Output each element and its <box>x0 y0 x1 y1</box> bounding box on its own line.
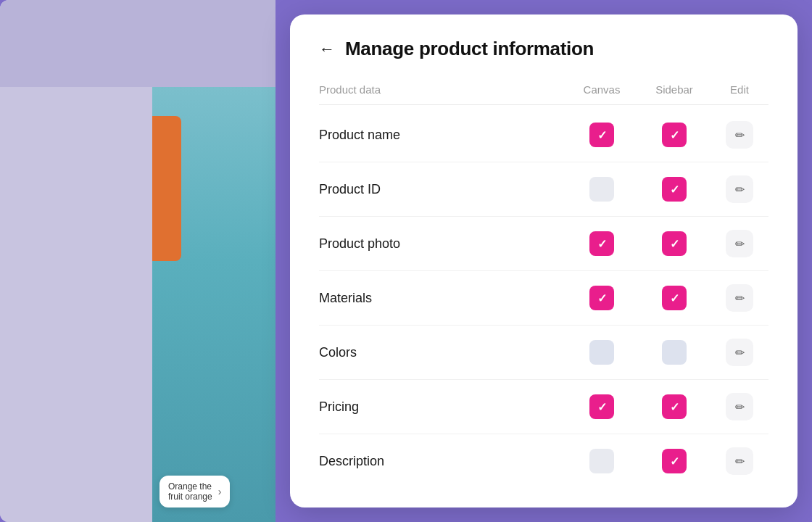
checkmark-icon: ✓ <box>670 455 679 468</box>
header-canvas: Canvas <box>566 83 638 96</box>
sidebar-checkbox-product-name[interactable]: ✓ <box>662 123 687 147</box>
edit-cell-product-photo[interactable]: ✏ <box>710 230 768 257</box>
panel-title: Manage product information <box>345 38 594 60</box>
canvas-checkbox-description[interactable] <box>589 449 614 473</box>
pencil-icon: ✏ <box>735 291 745 305</box>
pencil-icon: ✏ <box>735 183 745 196</box>
checkmark-icon: ✓ <box>597 237 607 251</box>
canvas-checkbox-materials[interactable]: ✓ <box>589 286 614 310</box>
left-panel: Orange the fruit orange › <box>0 0 276 522</box>
manage-product-panel: ← Manage product information Product dat… <box>290 14 798 508</box>
product-card-text: Orange the fruit orange <box>168 481 212 502</box>
edit-button-product-id[interactable]: ✏ <box>726 175 753 203</box>
orange-element <box>152 116 181 261</box>
row-label-materials: Materials <box>319 291 566 306</box>
checkmark-icon: ✓ <box>670 291 679 305</box>
left-panel-main: Orange the fruit orange › <box>0 87 276 522</box>
pencil-icon: ✏ <box>735 128 745 142</box>
edit-cell-product-name[interactable]: ✏ <box>710 121 768 149</box>
edit-button-description[interactable]: ✏ <box>726 447 753 475</box>
sidebar-cell-materials[interactable]: ✓ <box>638 286 710 310</box>
left-panel-top <box>0 0 276 87</box>
product-card: Orange the fruit orange › <box>160 476 230 508</box>
pencil-icon: ✏ <box>735 400 745 414</box>
header-edit: Edit <box>710 83 768 96</box>
canvas-checkbox-product-name[interactable]: ✓ <box>589 123 614 147</box>
row-label-product-id: Product ID <box>319 182 566 197</box>
canvas-cell-product-id[interactable] <box>566 177 638 202</box>
edit-cell-pricing[interactable]: ✏ <box>710 393 768 420</box>
product-table: Product data Canvas Sidebar Edit Product… <box>319 83 768 488</box>
table-row: Product ID ✓ ✏ <box>319 162 768 217</box>
row-label-colors: Colors <box>319 345 566 360</box>
sidebar-cell-pricing[interactable]: ✓ <box>638 394 710 419</box>
canvas-cell-pricing[interactable]: ✓ <box>566 394 638 419</box>
table-row: Product name ✓ ✓ ✏ <box>319 108 768 162</box>
chevron-right-icon: › <box>218 486 222 497</box>
table-row: Product photo ✓ ✓ ✏ <box>319 217 768 271</box>
edit-cell-product-id[interactable]: ✏ <box>710 175 768 203</box>
sidebar-cell-colors[interactable] <box>638 340 710 365</box>
table-row: Colors ✏ <box>319 326 768 380</box>
checkmark-icon: ✓ <box>670 183 679 196</box>
pencil-icon: ✏ <box>735 346 745 360</box>
checkmark-icon: ✓ <box>597 400 607 414</box>
checkmark-icon: ✓ <box>597 128 607 142</box>
sidebar-cell-product-name[interactable]: ✓ <box>638 123 710 147</box>
product-card-line2: fruit orange <box>168 492 212 502</box>
canvas-checkbox-product-photo[interactable]: ✓ <box>589 231 614 256</box>
pencil-icon: ✏ <box>735 237 745 251</box>
back-button[interactable]: ← <box>319 41 335 57</box>
checkmark-icon: ✓ <box>670 400 679 414</box>
checkmark-icon: ✓ <box>670 237 679 251</box>
header-sidebar: Sidebar <box>638 83 710 96</box>
row-label-product-photo: Product photo <box>319 236 566 252</box>
edit-button-pricing[interactable]: ✏ <box>726 393 753 420</box>
pencil-icon: ✏ <box>735 455 745 468</box>
checkmark-icon: ✓ <box>670 128 679 142</box>
edit-button-product-photo[interactable]: ✏ <box>726 230 753 257</box>
table-row: Description ✓ ✏ <box>319 434 768 488</box>
sidebar-checkbox-description[interactable]: ✓ <box>662 449 687 473</box>
header-product-data: Product data <box>319 83 566 96</box>
edit-button-product-name[interactable]: ✏ <box>726 121 753 149</box>
sidebar-cell-description[interactable]: ✓ <box>638 449 710 473</box>
canvas-checkbox-product-id[interactable] <box>589 177 614 202</box>
canvas-cell-materials[interactable]: ✓ <box>566 286 638 310</box>
canvas-cell-product-name[interactable]: ✓ <box>566 123 638 147</box>
table-row: Pricing ✓ ✓ ✏ <box>319 380 768 434</box>
left-panel-sidebar <box>0 87 152 522</box>
edit-cell-description[interactable]: ✏ <box>710 447 768 475</box>
sidebar-checkbox-pricing[interactable]: ✓ <box>662 394 687 419</box>
sidebar-checkbox-materials[interactable]: ✓ <box>662 286 687 310</box>
row-label-description: Description <box>319 454 566 469</box>
table-header: Product data Canvas Sidebar Edit <box>319 83 768 105</box>
edit-button-materials[interactable]: ✏ <box>726 284 753 312</box>
sidebar-checkbox-product-photo[interactable]: ✓ <box>662 231 687 256</box>
sidebar-checkbox-colors[interactable] <box>662 340 687 365</box>
sidebar-checkbox-product-id[interactable]: ✓ <box>662 177 687 202</box>
table-row: Materials ✓ ✓ ✏ <box>319 271 768 326</box>
row-label-product-name: Product name <box>319 128 566 143</box>
sidebar-cell-product-id[interactable]: ✓ <box>638 177 710 202</box>
product-card-line1: Orange the <box>168 481 212 492</box>
sidebar-cell-product-photo[interactable]: ✓ <box>638 231 710 256</box>
checkmark-icon: ✓ <box>597 291 607 305</box>
panel-header: ← Manage product information <box>319 38 768 60</box>
row-label-pricing: Pricing <box>319 399 566 415</box>
left-panel-content: Orange the fruit orange › <box>152 87 276 522</box>
canvas-checkbox-colors[interactable] <box>589 340 614 365</box>
edit-button-colors[interactable]: ✏ <box>726 339 753 366</box>
canvas-cell-description[interactable] <box>566 449 638 473</box>
edit-cell-colors[interactable]: ✏ <box>710 339 768 366</box>
canvas-cell-colors[interactable] <box>566 340 638 365</box>
canvas-cell-product-photo[interactable]: ✓ <box>566 231 638 256</box>
canvas-checkbox-pricing[interactable]: ✓ <box>589 394 614 419</box>
edit-cell-materials[interactable]: ✏ <box>710 284 768 312</box>
